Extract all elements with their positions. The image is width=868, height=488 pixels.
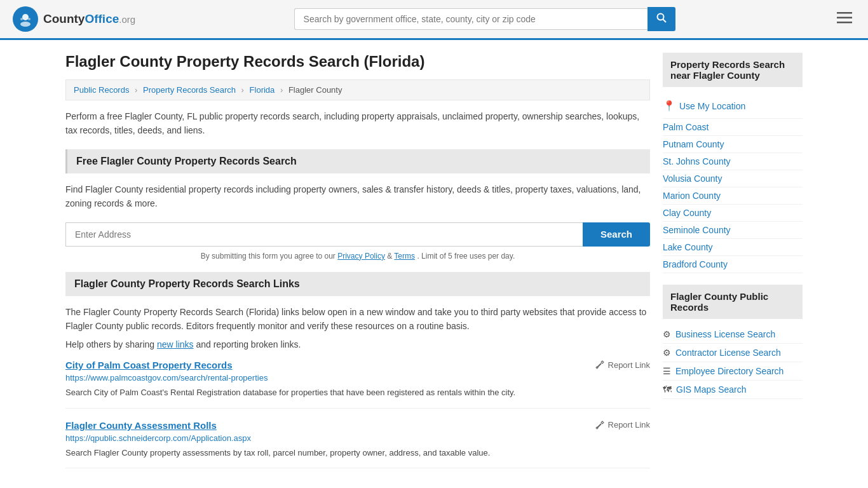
svg-point-3	[20, 18, 23, 20]
help-text: Help others by sharing new links and rep…	[65, 339, 650, 349]
search-button[interactable]: Search	[583, 222, 650, 247]
form-disclaimer: By submitting this form you agree to our…	[65, 252, 650, 261]
sidebar-public-item-business-license[interactable]: ⚙ Business License Search	[663, 325, 803, 344]
sidebar-nearby-header: Property Records Search near Flagler Cou…	[663, 53, 803, 87]
page-title: Flagler County Property Records Search (…	[65, 53, 650, 71]
content-area: Flagler County Property Records Search (…	[65, 53, 650, 480]
gear-icon-business: ⚙	[663, 329, 671, 339]
sidebar-public-item-contractor-license[interactable]: ⚙ Contractor License Search	[663, 344, 803, 362]
svg-rect-8	[837, 17, 852, 19]
sidebar-item-marion-county[interactable]: Marion County	[663, 187, 803, 205]
list-icon-employee: ☰	[663, 366, 671, 376]
header-search-bar	[294, 7, 675, 31]
logo-icon	[13, 6, 38, 32]
svg-rect-9	[837, 22, 852, 24]
record-link-desc-1: Search Flagler County property assessmen…	[65, 447, 650, 459]
svg-rect-7	[837, 12, 852, 14]
sidebar-nearby-list: 📍 Use My Location Palm Coast Putnam Coun…	[663, 93, 803, 273]
breadcrumb-public-records[interactable]: Public Records	[74, 85, 129, 95]
svg-line-10	[597, 363, 601, 368]
sidebar: Property Records Search near Flagler Cou…	[663, 53, 803, 480]
links-description: The Flagler County Property Records Sear…	[65, 305, 650, 334]
free-search-header: Free Flagler County Property Records Sea…	[65, 149, 650, 173]
record-link-url-1: https://qpublic.schneidercorp.com/Applic…	[65, 433, 650, 443]
wrench-icon-0	[595, 360, 605, 370]
header-search-input[interactable]	[294, 8, 648, 30]
map-icon-gis: 🗺	[663, 384, 672, 395]
sidebar-item-bradford-county[interactable]: Bradford County	[663, 256, 803, 273]
svg-point-1	[22, 14, 29, 20]
report-link-btn-1[interactable]: Report Link	[595, 420, 650, 430]
sidebar-item-clay-county[interactable]: Clay County	[663, 205, 803, 222]
record-link-desc-0: Search City of Palm Coast's Rental Regis…	[65, 386, 650, 399]
privacy-policy-link[interactable]: Privacy Policy	[337, 252, 385, 261]
sidebar-item-volusia-county[interactable]: Volusia County	[663, 170, 803, 187]
wrench-icon-1	[595, 420, 605, 430]
svg-line-6	[663, 20, 666, 23]
sidebar-item-seminole-county[interactable]: Seminole County	[663, 222, 803, 239]
record-link-title-0[interactable]: City of Palm Coast Property Records	[65, 360, 233, 370]
logo-area: CountyOffice.org	[13, 6, 135, 32]
breadcrumb-property-records-search[interactable]: Property Records Search	[143, 85, 236, 95]
address-search-input[interactable]	[65, 222, 583, 247]
main-container: Flagler County Property Records Search (…	[53, 40, 815, 488]
location-pin-icon: 📍	[663, 100, 675, 112]
record-link-item: City of Palm Coast Property Records Repo…	[65, 360, 650, 409]
svg-point-4	[28, 18, 31, 20]
sidebar-item-st-johns-county[interactable]: St. Johns County	[663, 153, 803, 170]
record-link-item-1: Flagler County Assessment Rolls Report L…	[65, 420, 650, 469]
sidebar-item-palm-coast[interactable]: Palm Coast	[663, 119, 803, 136]
new-links-link[interactable]: new links	[157, 339, 194, 349]
gear-icon-contractor: ⚙	[663, 348, 671, 358]
svg-point-5	[657, 14, 663, 20]
breadcrumb: Public Records › Property Records Search…	[65, 79, 650, 100]
sidebar-use-location[interactable]: 📍 Use My Location	[663, 93, 803, 119]
breadcrumb-flagler-county: Flagler County	[288, 85, 342, 95]
sidebar-public-item-employee-directory[interactable]: ☰ Employee Directory Search	[663, 362, 803, 381]
record-link-url-0: https://www.palmcoastgov.com/search/rent…	[65, 373, 650, 383]
hamburger-menu[interactable]	[834, 8, 855, 30]
sidebar-item-putnam-county[interactable]: Putnam County	[663, 136, 803, 153]
address-search-box: Search	[65, 222, 650, 247]
header: CountyOffice.org	[0, 0, 868, 40]
use-my-location-link[interactable]: Use My Location	[679, 101, 745, 111]
terms-link[interactable]: Terms	[394, 252, 415, 261]
sidebar-public-item-gis-maps[interactable]: 🗺 GIS Maps Search	[663, 381, 803, 399]
header-search-button[interactable]	[648, 7, 675, 31]
sidebar-public-records-header: Flagler County Public Records	[663, 285, 803, 319]
svg-line-12	[597, 424, 601, 428]
report-link-btn-0[interactable]: Report Link	[595, 360, 650, 370]
sidebar-item-lake-county[interactable]: Lake County	[663, 239, 803, 256]
logo-text: CountyOffice.org	[43, 12, 135, 26]
links-section-header: Flagler County Property Records Search L…	[65, 272, 650, 296]
sidebar-public-records-list: ⚙ Business License Search ⚙ Contractor L…	[663, 325, 803, 399]
page-description: Perform a free Flagler County, FL public…	[65, 109, 650, 138]
breadcrumb-florida[interactable]: Florida	[250, 85, 275, 95]
free-search-description: Find Flagler County residential property…	[65, 182, 650, 211]
svg-point-2	[20, 22, 31, 27]
record-link-title-1[interactable]: Flagler County Assessment Rolls	[65, 420, 217, 431]
